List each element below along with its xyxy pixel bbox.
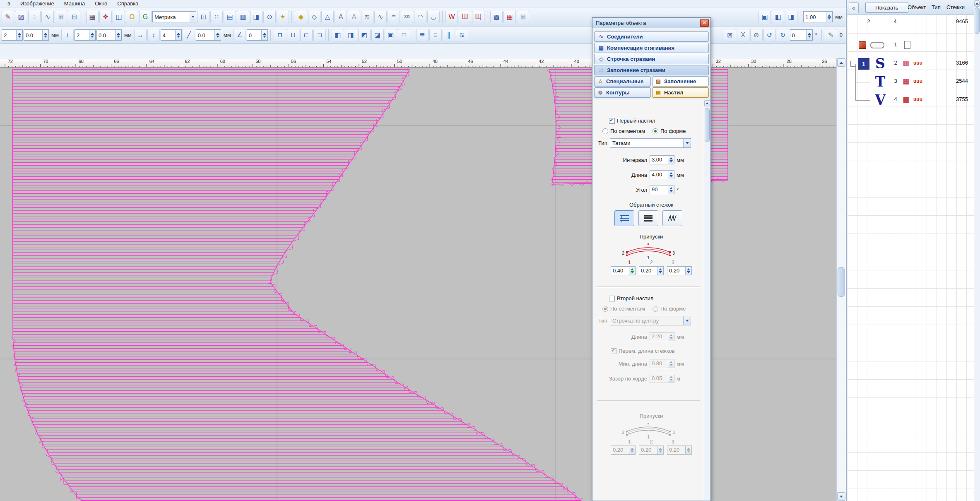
view-b-tool[interactable]: ◧	[772, 11, 784, 23]
length-value[interactable]: 4.00	[650, 171, 668, 179]
allowance-1-spinner[interactable]	[629, 267, 635, 275]
angle-tool[interactable]: ∠	[234, 29, 246, 41]
pencil-tool[interactable]: ✎	[2, 11, 14, 23]
design-cube-icon[interactable]	[859, 41, 866, 49]
panel-scroll-up-icon[interactable]	[974, 0, 980, 7]
scroll-thumb[interactable]	[838, 267, 845, 297]
align-bottom-tool[interactable]: ◪	[371, 29, 384, 41]
edit-angle-tool[interactable]: ✎	[825, 29, 837, 41]
shapes-tool[interactable]: ❖	[99, 11, 112, 23]
show-button[interactable]: Показать	[865, 2, 908, 13]
tab-outlines[interactable]: ⊚ Контуры	[594, 87, 651, 98]
offset-y-spinner[interactable]: 0.0	[96, 29, 122, 41]
column-header-3[interactable]: Стежки	[946, 4, 965, 10]
dialog-scroll-thumb[interactable]	[705, 108, 710, 142]
line-stitch-tool[interactable]: ≡	[388, 11, 400, 23]
satin-stitch-tool[interactable]: Ш	[459, 11, 471, 23]
slope-tool[interactable]: ╱	[183, 29, 195, 41]
scroll-down-icon[interactable]	[837, 492, 845, 501]
zoom-spinner-value[interactable]: 1.00	[804, 12, 826, 22]
pen-width-spinner-arrows[interactable]	[16, 30, 22, 40]
chevron-down-icon[interactable]	[683, 139, 691, 147]
offset-x-spinner-value[interactable]: 0.0	[24, 30, 42, 40]
s1-by-shape-radio[interactable]	[653, 128, 658, 134]
object-row-s[interactable]: −1S2▦uuu3166	[847, 55, 971, 73]
second-underlay-checkbox[interactable]	[609, 296, 615, 301]
align-middle-tool[interactable]: □	[398, 29, 410, 41]
object-panel-scrollbar[interactable]	[974, 0, 980, 501]
page-icon[interactable]	[904, 41, 910, 49]
fill-stitch-tool[interactable]: Щ	[472, 11, 484, 23]
tab-pull-compensation[interactable]: ▦ Компенсация стягивания	[594, 43, 709, 53]
allowance-2-spinner[interactable]	[657, 267, 663, 275]
cell-tool[interactable]: ⊠	[724, 29, 736, 41]
pattern-c-tool[interactable]: ⊞	[517, 11, 529, 23]
move-vertical-tool[interactable]: ↕	[147, 29, 160, 41]
arc-down-tool[interactable]: ◡	[427, 11, 440, 23]
metrics-select[interactable]: Метрика	[152, 11, 196, 22]
tab-fill[interactable]: ▨ Заполнение	[652, 76, 709, 87]
offset-x-spinner-arrows[interactable]	[42, 30, 48, 40]
distribute-v-tool[interactable]: ≡	[429, 29, 442, 41]
null-tool[interactable]: ⊘	[750, 29, 763, 41]
letter-object-t[interactable]: T	[871, 74, 889, 90]
hatch-fill-tool[interactable]: ▨	[15, 11, 27, 23]
guide-right-tool[interactable]: ⊐	[313, 29, 326, 41]
s1-by-segments-radio[interactable]	[602, 128, 608, 134]
guide-left-tool[interactable]: ⊏	[300, 29, 313, 41]
column-header-1[interactable]: Объект	[908, 4, 926, 10]
offset-x-spinner[interactable]: 0.0	[24, 29, 49, 41]
allowance-1-value[interactable]: 0.40	[611, 267, 629, 275]
tsquare-tool[interactable]: ⊤	[61, 29, 74, 41]
dialog-titlebar[interactable]: Параметры объекта ×	[592, 18, 710, 28]
slope-value-spinner-arrows[interactable]	[214, 30, 221, 40]
scroll-up-icon[interactable]	[837, 58, 845, 67]
letter-object-v[interactable]: V	[871, 92, 889, 108]
distribute-h-tool[interactable]: ≣	[416, 29, 429, 41]
lasso-tool[interactable]: ◌	[28, 11, 41, 23]
allowance-3-value[interactable]: 0.20	[667, 267, 685, 275]
slope-value-spinner[interactable]: 0.0	[196, 29, 221, 41]
canvas-vertical-scrollbar[interactable]	[836, 58, 846, 501]
curve-tool[interactable]: ∿	[41, 11, 54, 23]
pattern-a-tool[interactable]: ▩	[490, 11, 503, 23]
letter-g-tool[interactable]: G	[139, 11, 152, 23]
dots-grid-tool[interactable]: ∷	[210, 11, 223, 23]
wave-stitch-tool[interactable]: ∿	[374, 11, 387, 23]
rhinestone-outline-tool[interactable]: ◇	[308, 11, 320, 23]
zigzag-stitch-tool[interactable]: ≋	[361, 11, 373, 23]
allowance-3-input[interactable]: 0.20	[667, 266, 692, 275]
rotation-spinner-arrows[interactable]	[806, 30, 812, 40]
guide-bottom-tool[interactable]: ⊔	[287, 29, 299, 41]
menu-item-Окно[interactable]: Окно	[90, 0, 112, 7]
arc-up-tool[interactable]: ◠	[414, 11, 426, 23]
flow-tool[interactable]: ≋	[456, 29, 468, 41]
view-c-tool[interactable]: ◨	[785, 11, 797, 23]
selected-object-badge[interactable]: 1	[858, 58, 869, 70]
object-row-design[interactable]: 1	[847, 36, 971, 55]
pen-width-spinner-value[interactable]: 2	[2, 30, 16, 40]
rotate-ccw-tool[interactable]: ↺	[763, 29, 776, 41]
angle-spinner[interactable]: 0	[247, 29, 268, 41]
angle-spinner[interactable]	[668, 185, 674, 194]
frame-tool[interactable]: ⊡	[197, 11, 209, 23]
panel-scroll-thumb[interactable]	[975, 7, 980, 34]
table-alt-tool[interactable]: ▥	[237, 11, 249, 23]
pattern-b-tool[interactable]: ▦	[503, 11, 516, 23]
s2-by-segments-radio[interactable]	[602, 306, 608, 312]
triangle-tool[interactable]: △	[321, 11, 334, 23]
allowance-2-input[interactable]: 0.20	[639, 266, 664, 275]
grid-tool[interactable]: ⊞	[55, 11, 67, 23]
offset-y-spinner-value[interactable]: 0.0	[97, 30, 115, 40]
menu-item-Машина[interactable]: Машина	[59, 0, 90, 7]
column-header-2[interactable]: Тип	[932, 4, 941, 10]
interval-spinner[interactable]	[668, 156, 674, 164]
horizontal-ruler[interactable]: -72-70-68-66-64-62-60-58-56-54-52-50-48-…	[0, 58, 836, 67]
count-spinner-value[interactable]: 4	[161, 30, 175, 40]
interval-input[interactable]: 3.00	[650, 155, 674, 164]
s1-type-select[interactable]: Татами	[610, 138, 691, 148]
length-input[interactable]: 4.00	[650, 170, 674, 179]
chevron-down-icon[interactable]	[190, 12, 196, 22]
mean-tool[interactable]: Χ	[737, 29, 749, 41]
interval-value[interactable]: 3.00	[650, 156, 668, 164]
